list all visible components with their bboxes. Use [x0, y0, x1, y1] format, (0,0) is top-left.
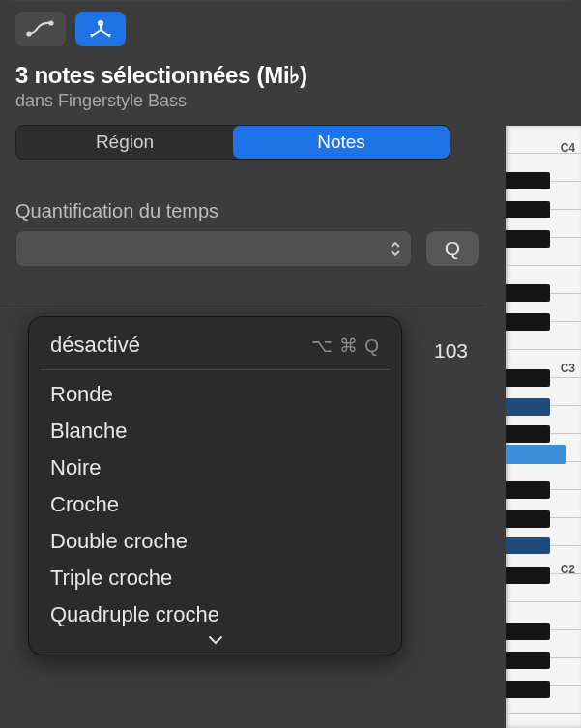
piano-keyboard[interactable]: C4 C3 C2: [506, 126, 581, 728]
chevron-down-icon: [208, 635, 223, 645]
stepper-arrows-icon: [390, 241, 401, 257]
menu-item-label: Noire: [50, 455, 102, 480]
quantize-apply-button[interactable]: Q: [425, 230, 479, 267]
quantize-menu-off-shortcut: ⌥ ⌘ Q: [311, 335, 380, 357]
menu-item-label: Croche: [50, 492, 119, 517]
piano-label-c4: C4: [561, 141, 575, 155]
svg-point-1: [48, 20, 53, 25]
menu-item-label: Double croche: [50, 529, 188, 554]
tab-notes[interactable]: Notes: [233, 126, 450, 159]
piano-label-c3: C3: [561, 362, 575, 375]
quantize-select[interactable]: [15, 230, 412, 267]
midi-tool-icon: [87, 18, 114, 40]
quantize-menu-off-label: désactivé: [50, 333, 140, 358]
menu-separator: [41, 369, 390, 370]
quantize-menu-item-quadruple-croche[interactable]: Quadruple croche: [29, 597, 401, 633]
piano-label-c2: C2: [561, 563, 575, 576]
midi-tool-button[interactable]: [75, 12, 126, 46]
quantize-menu-more[interactable]: [29, 633, 401, 649]
quantize-menu: désactivé ⌥ ⌘ Q Ronde Blanche Noire Croc…: [29, 317, 401, 655]
velocity-value[interactable]: 103: [434, 339, 468, 363]
quantize-menu-item-triple-croche[interactable]: Triple croche: [29, 560, 401, 597]
menu-item-label: Quadruple croche: [50, 602, 219, 627]
quantize-menu-item-ronde[interactable]: Ronde: [29, 376, 401, 413]
quantize-menu-off[interactable]: désactivé ⌥ ⌘ Q: [29, 327, 401, 364]
quantize-menu-item-blanche[interactable]: Blanche: [29, 413, 401, 450]
selection-subtitle: dans Fingerstyle Bass: [15, 91, 566, 111]
divider: [0, 306, 483, 306]
menu-item-label: Blanche: [50, 419, 128, 444]
selection-title: 3 notes sélectionnées (Mi♭): [15, 62, 566, 89]
svg-point-0: [26, 31, 31, 36]
menu-item-label: Triple croche: [50, 566, 172, 591]
tab-region[interactable]: Région: [16, 126, 233, 159]
quantize-menu-item-double-croche[interactable]: Double croche: [29, 523, 401, 560]
quantize-menu-item-noire[interactable]: Noire: [29, 450, 401, 486]
region-notes-tabs: Région Notes: [15, 125, 450, 160]
automation-curve-icon: [26, 20, 55, 38]
svg-point-2: [98, 20, 103, 26]
menu-item-label: Ronde: [50, 382, 113, 407]
quantize-menu-item-croche[interactable]: Croche: [29, 486, 401, 523]
quantize-label: Quantification du temps: [15, 200, 566, 222]
automation-mode-button[interactable]: [15, 12, 66, 46]
